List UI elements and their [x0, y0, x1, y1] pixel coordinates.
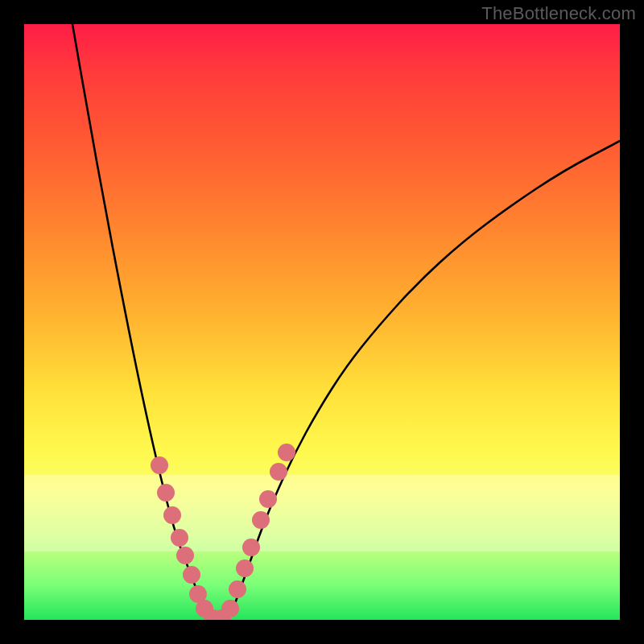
- chart-marker: [163, 506, 181, 524]
- chart-marker: [270, 463, 287, 481]
- chart-marker: [252, 511, 270, 529]
- chart-marker: [183, 566, 200, 584]
- chart-frame: [24, 24, 620, 620]
- chart-marker: [157, 484, 175, 502]
- chart-marker: [151, 456, 168, 474]
- chart-marker: [171, 529, 188, 547]
- chart-marker: [278, 444, 295, 461]
- curve-left: [72, 24, 214, 620]
- chart-svg: [24, 24, 620, 620]
- chart-marker: [176, 547, 194, 564]
- marker-group: [151, 444, 295, 620]
- chart-marker: [221, 600, 239, 617]
- chart-marker: [236, 559, 254, 577]
- curve-right: [228, 141, 620, 620]
- chart-marker: [259, 490, 277, 508]
- chart-marker: [229, 580, 246, 598]
- chart-marker: [242, 539, 260, 556]
- watermark-text: TheBottleneck.com: [481, 3, 636, 24]
